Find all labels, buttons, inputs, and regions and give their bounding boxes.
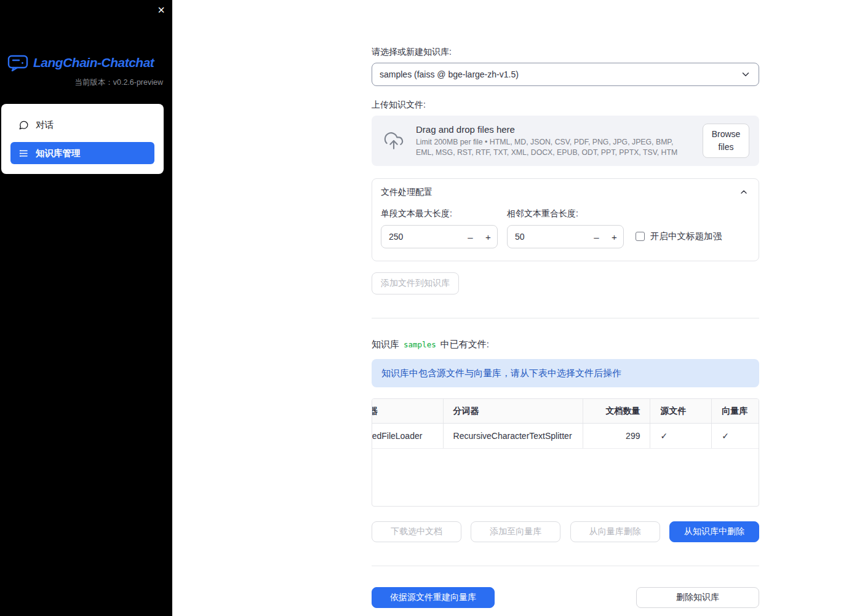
chunk-size-value: 250 [381,232,461,242]
kb-line-suffix: 中已有文件: [440,339,489,350]
download-selected-button[interactable]: 下载选中文档 [372,521,461,542]
kb-existing-files-line: 知识库 samples 中已有文件: [372,339,759,350]
divider [372,566,759,566]
expander-body: 单段文本最大长度: 250 – + 相邻文本重合长度: 50 – + [372,206,759,261]
zh-title-enhance-checkbox[interactable]: 开启中文标题加强 [636,231,722,242]
overlap-size-value: 50 [508,232,588,242]
column-header-loader: 器 [372,399,443,423]
rebuild-vector-store-button[interactable]: 依据源文件重建向量库 [372,587,495,608]
overlap-size-label: 相邻文本重合长度: [507,208,624,219]
table-row[interactable]: redFileLoader RecursiveCharacterTextSpli… [372,424,759,449]
sidebar: × LangChain-Chatchat 当前版本：v0.2.6-preview [0,0,172,616]
chat-logo-icon [7,54,28,71]
info-banner: 知识库中包含源文件与向量库，请从下表中选择文件后操作 [372,359,759,387]
divider [372,318,759,318]
plus-stepper-button[interactable]: + [479,226,497,248]
delete-from-kb-button[interactable]: 从知识库中删除 [669,521,759,542]
chunk-size-input[interactable]: 250 – + [381,225,498,248]
sidebar-item-label: 对话 [36,119,54,131]
checkbox-icon [636,232,645,241]
logo-text: LangChain-Chatchat [33,55,154,70]
kb-bottom-actions: 依据源文件重建向量库 删除知识库 [372,587,759,608]
chunk-size-label: 单段文本最大长度: [381,208,498,219]
chevron-down-icon [740,69,751,80]
upload-label: 上传知识文件: [372,100,759,111]
checkbox-label: 开启中文标题加强 [650,231,722,242]
expander-title: 文件处理配置 [381,187,432,198]
delete-from-vector-store-button[interactable]: 从向量库删除 [570,521,660,542]
main-content: 请选择或新建知识库: samples (faiss @ bge-large-zh… [172,0,849,616]
file-config-expander: 文件处理配置 单段文本最大长度: 250 – + [372,178,759,261]
version-text: 当前版本：v0.2.6-preview [0,71,172,88]
cell-docs-count: 299 [583,424,650,448]
minus-stepper-button[interactable]: – [461,226,479,248]
delete-kb-button[interactable]: 删除知识库 [636,587,759,608]
dropzone-text: Drag and drop files here Limit 200MB per… [416,124,693,157]
sidebar-item-label: 知识库管理 [36,148,81,159]
dropzone-title: Drag and drop files here [416,124,693,135]
minus-stepper-button[interactable]: – [588,226,605,248]
cell-splitter: RecursiveCharacterTextSplitter [443,424,583,448]
browse-files-button[interactable]: Browse files [703,124,749,158]
sidebar-menu: 对话 知识库管理 [1,104,164,174]
expander-header[interactable]: 文件处理配置 [372,179,759,206]
overlap-size-input[interactable]: 50 – + [507,225,624,248]
cell-source-file-check: ✓ [650,424,711,448]
column-header-vector-store: 向量库 [711,399,759,423]
chevron-up-icon [739,188,749,197]
list-icon [18,148,29,159]
kb-files-table[interactable]: 器 分词器 文档数量 源文件 向量库 redFileLoader Recursi… [372,398,759,507]
kb-name-code: samples [404,340,436,349]
dropzone-subtitle: Limit 200MB per file • HTML, MD, JSON, C… [416,137,693,157]
chat-bubble-icon [18,120,29,130]
column-header-source-file: 源文件 [650,399,711,423]
chunk-size-group: 单段文本最大长度: 250 – + [381,208,498,248]
sidebar-item-knowledge-base[interactable]: 知识库管理 [10,142,154,164]
content-column: 请选择或新建知识库: samples (faiss @ bge-large-zh… [372,0,759,608]
table-header-row: 器 分词器 文档数量 源文件 向量库 [372,399,759,424]
column-header-splitter: 分词器 [443,399,583,423]
close-icon[interactable]: × [157,4,165,16]
app-logo: LangChain-Chatchat [0,0,172,71]
add-to-vector-store-button[interactable]: 添加至向量库 [471,521,560,542]
column-header-docs-count: 文档数量 [583,399,650,423]
plus-stepper-button[interactable]: + [605,226,623,248]
file-action-buttons: 下载选中文档 添加至向量库 从向量库删除 从知识库中删除 [372,521,759,542]
cell-vector-store-check: ✓ [711,424,759,448]
kb-select-value: samples (faiss @ bge-large-zh-v1.5) [380,69,519,79]
file-dropzone[interactable]: Drag and drop files here Limit 200MB per… [372,116,759,166]
upload-cloud-icon [381,130,406,151]
sidebar-item-chat[interactable]: 对话 [10,114,154,136]
kb-select-label: 请选择或新建知识库: [372,47,759,58]
kb-line-prefix: 知识库 [372,339,399,350]
overlap-size-group: 相邻文本重合长度: 50 – + [507,208,624,248]
app-root: × LangChain-Chatchat 当前版本：v0.2.6-preview [0,0,849,616]
cell-loader: redFileLoader [372,424,443,448]
add-files-to-kb-button[interactable]: 添加文件到知识库 [372,272,459,294]
kb-select[interactable]: samples (faiss @ bge-large-zh-v1.5) [372,63,759,86]
